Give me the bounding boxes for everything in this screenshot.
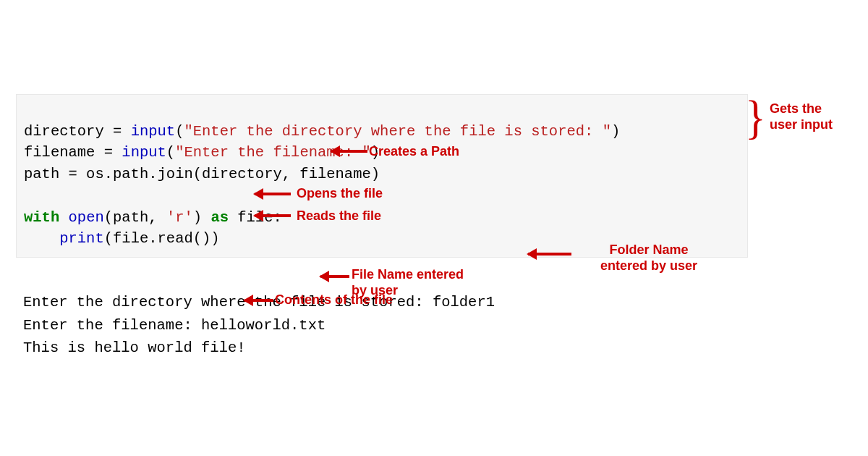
annotation-folder-name: Folder Name entered by user — [600, 242, 697, 274]
arrow-icon — [331, 150, 367, 153]
code-line-1: directory = input("Enter the directory w… — [24, 123, 620, 140]
annotation-reads-file: Reads the file — [297, 208, 381, 224]
annotation-opens-file: Opens the file — [297, 186, 383, 202]
diagram-container: directory = input("Enter the directory w… — [16, 94, 851, 360]
code-line-3: path = os.path.join(directory, filename) — [24, 166, 380, 182]
arrow-icon — [320, 275, 349, 278]
arrow-icon — [255, 193, 291, 195]
code-line-6: print(file.read()) — [24, 230, 220, 247]
arrow-icon — [244, 299, 273, 302]
code-line-5: with open(path, 'r') as file: — [24, 209, 282, 226]
output-line-2: Enter the filename: helloworld.txt — [23, 317, 326, 334]
annotation-contents: Contents of the file — [275, 292, 393, 308]
arrow-icon — [528, 253, 571, 256]
code-block: directory = input("Enter the directory w… — [16, 94, 748, 258]
annotation-creates-path: Creates a Path — [369, 144, 459, 160]
output-line-3: This is hello world file! — [23, 339, 246, 356]
arrow-icon — [255, 214, 291, 217]
brace-icon: } — [745, 93, 766, 141]
annotation-user-input: Gets the user input — [770, 101, 833, 132]
code-line-2: filename = input("Enter the filename: ") — [24, 144, 380, 161]
